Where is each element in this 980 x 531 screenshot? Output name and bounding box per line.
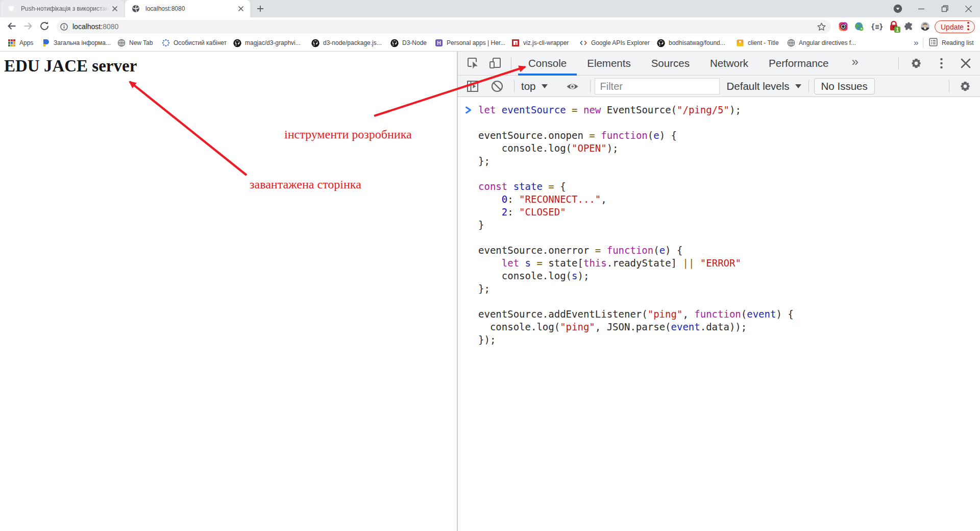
more-tabs-chevron[interactable]: » <box>851 55 858 72</box>
update-browser-button[interactable]: Update <box>935 20 975 33</box>
address-bar[interactable]: localhost:8080 <box>57 20 831 34</box>
bookmark-item[interactable]: New Tab <box>117 35 153 51</box>
bookmarks-separator <box>923 38 923 48</box>
clear-console-icon[interactable] <box>489 80 505 92</box>
console-sidebar-icon[interactable] <box>465 80 480 93</box>
tab-search-button[interactable] <box>886 0 910 17</box>
bookmark-label: New Tab <box>129 39 153 46</box>
bookmark-item[interactable]: bodhisatwag/found... <box>657 35 725 51</box>
bookmark-star-icon[interactable] <box>817 22 826 32</box>
restore-button[interactable] <box>933 0 957 17</box>
extension-password-lock-icon[interactable]: 1 <box>889 20 901 33</box>
devtools-tab-performance[interactable]: Performance <box>758 52 839 76</box>
blue-yellow-icon <box>42 39 50 47</box>
devtools-panel: ConsoleElementsSourcesNetworkPerformance… <box>458 52 980 531</box>
console-code-line: let s = state[this.readyState] || "ERROR… <box>458 257 794 270</box>
devtools-tab-network[interactable]: Network <box>700 52 758 76</box>
bookmark-item[interactable]: viz.js-cli-wrapper <box>511 35 569 51</box>
bookmark-label: D3-Node <box>402 39 427 46</box>
devtools-settings-gear-icon[interactable] <box>910 57 923 69</box>
browser-tab-localhost[interactable]: localhost:8080 <box>125 0 250 17</box>
bookmarks-bar: AppsЗагальна інформа...New TabОсобистий … <box>0 35 980 52</box>
console-messages-area[interactable]: let eventSource = new EventSource("/ping… <box>458 98 980 531</box>
toolbar-separator <box>808 80 809 92</box>
console-prompt-icon <box>465 105 472 115</box>
device-toolbar-icon[interactable] <box>487 57 503 70</box>
bookmark-label: Загальна інформа... <box>54 39 111 46</box>
url-text: localhost:8080 <box>72 22 118 31</box>
inspect-element-icon[interactable] <box>465 57 480 70</box>
bookmark-item[interactable]: Google APIs Explorer <box>579 35 650 51</box>
npm-icon <box>511 39 520 47</box>
log-levels-dropdown[interactable]: Default levels <box>727 80 790 92</box>
console-code-line: console.log(s); <box>458 270 794 282</box>
console-code-line: 2: "CLOSED" <box>458 206 794 219</box>
tab-close-icon[interactable] <box>111 5 119 13</box>
console-code-line: const state = { <box>458 180 794 193</box>
live-expression-eye-icon[interactable] <box>565 80 580 93</box>
tab-close-icon[interactable] <box>237 5 245 13</box>
web-page: EDU JACE server інструменти розробника з… <box>0 52 457 531</box>
back-button[interactable] <box>7 21 17 31</box>
chevron-down-icon <box>795 84 801 88</box>
bookmark-item[interactable]: client - Title <box>736 35 779 51</box>
extension-json-icon[interactable]: {≡} <box>871 22 880 31</box>
devtools-tab-elements[interactable]: Elements <box>577 52 641 76</box>
bookmark-item[interactable]: Особистий кабінет <box>162 35 227 51</box>
context-selector[interactable]: top <box>521 80 536 92</box>
annotation-page-label: завантажена сторінка <box>250 178 361 191</box>
console-code-line <box>458 116 794 129</box>
console-code-line <box>458 231 794 244</box>
browser-menu-kebab-icon <box>967 21 969 33</box>
devtools-menu-kebab-icon[interactable] <box>935 58 948 69</box>
devtools-tab-sources[interactable]: Sources <box>641 52 700 76</box>
bookmark-item[interactable]: magjac/d3-graphvi... <box>233 35 301 51</box>
console-settings-gear-icon[interactable] <box>959 80 972 92</box>
minimize-button[interactable] <box>910 0 933 17</box>
reading-list-icon <box>929 38 938 49</box>
annotation-devtools-label: інструменти розробника <box>284 128 412 141</box>
bookmark-label: Personal apps | Her... <box>447 39 505 46</box>
extension-earth-icon[interactable] <box>854 22 864 31</box>
bookmark-item[interactable]: HPersonal apps | Her... <box>435 35 505 51</box>
extension-camera-icon[interactable] <box>839 22 848 31</box>
heart-favicon-icon <box>7 5 15 13</box>
bookmark-label: Google APIs Explorer <box>591 39 650 46</box>
devtools-close-icon[interactable] <box>959 58 972 69</box>
console-code-line: eventSource.onerror = function(e) { <box>458 244 794 257</box>
bookmark-item[interactable]: Angular directives f... <box>787 35 856 51</box>
console-filter-input[interactable] <box>595 78 720 94</box>
tab-strip: Push-нотифікація з використан localhost:… <box>0 0 980 17</box>
console-code-line: let eventSource = new EventSource("/ping… <box>458 104 794 116</box>
bookmark-label: Angular directives f... <box>799 39 856 46</box>
profile-avatar[interactable] <box>921 22 929 31</box>
bookmark-label: Особистий кабінет <box>174 39 227 46</box>
bookmark-item[interactable]: d3-node/package.js... <box>311 35 382 51</box>
orange-doc-icon <box>736 39 744 47</box>
bookmark-item[interactable]: Apps <box>8 35 33 51</box>
browser-tab-push-notification[interactable]: Push-нотифікація з використан <box>1 0 124 17</box>
devtools-tab-console[interactable]: Console <box>518 52 577 76</box>
bookmark-label: bodhisatwag/found... <box>669 39 725 46</box>
bookmarks-overflow-chevron[interactable]: » <box>914 35 918 51</box>
bookmark-item[interactable]: Загальна інформа... <box>42 35 111 51</box>
globe-favicon-icon <box>132 5 140 13</box>
console-code-line: console.log("ping", JSON.parse(event.dat… <box>458 321 794 333</box>
reading-list-button[interactable]: Reading list <box>929 35 974 51</box>
bookmark-label: Apps <box>19 39 33 46</box>
no-issues-button[interactable]: No Issues <box>814 78 875 94</box>
dotted-circle-icon <box>162 39 170 47</box>
site-info-icon[interactable] <box>60 23 68 31</box>
page-title: EDU JACE server <box>4 57 137 75</box>
heroku-icon: H <box>435 39 443 47</box>
extensions-puzzle-icon[interactable] <box>904 22 914 31</box>
github-icon <box>657 39 665 47</box>
toolbar-separator <box>898 57 899 69</box>
close-window-button[interactable] <box>957 0 980 17</box>
bookmark-item[interactable]: D3-Node <box>390 35 427 51</box>
new-tab-button[interactable] <box>254 3 266 15</box>
forward-button[interactable] <box>23 21 33 31</box>
devtools-tabbar: ConsoleElementsSourcesNetworkPerformance… <box>458 52 980 76</box>
reload-button[interactable] <box>39 21 50 31</box>
console-code-line: }; <box>458 155 794 167</box>
